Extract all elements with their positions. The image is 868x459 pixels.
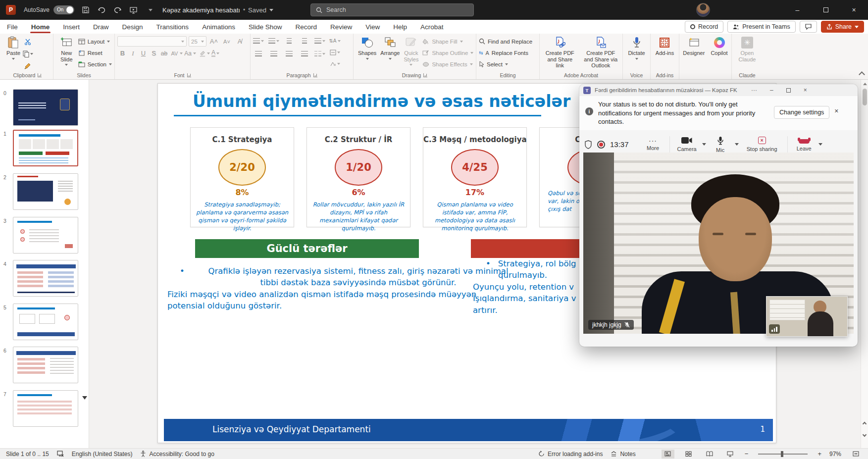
zoom-out-button[interactable]: − <box>745 450 749 458</box>
format-painter-button[interactable] <box>22 61 33 70</box>
addin-error-status[interactable]: Error loading add-ins <box>538 451 603 458</box>
accessibility-status[interactable]: Accessibility: Good to go <box>140 451 214 458</box>
shape-effects-button[interactable]: Shape Effects <box>422 59 473 69</box>
shrink-font-button[interactable]: A˅ <box>221 37 232 46</box>
weaknesses-text-block[interactable]: •Strategiya, rol bölg qurulmayıb. Oyunçu… <box>473 258 576 316</box>
normal-view-button[interactable] <box>662 450 674 459</box>
shape-fill-button[interactable]: Shape Fill <box>422 36 473 47</box>
font-name-combo[interactable] <box>117 36 187 47</box>
tab-animations[interactable]: Animations <box>202 20 235 34</box>
teams-more-options-button[interactable]: ··· <box>751 87 757 94</box>
zoom-slider-thumb[interactable] <box>781 451 783 457</box>
select-button[interactable]: Select <box>479 59 532 69</box>
decrease-indent-button[interactable] <box>284 36 295 46</box>
teams-titlebar[interactable]: T Fərdi geribildirim hesabatlarının müza… <box>579 84 858 96</box>
camera-options-chevron-icon[interactable] <box>702 143 706 146</box>
slide-thumbnail-6[interactable] <box>13 347 78 383</box>
underline-button[interactable]: U <box>138 50 149 57</box>
mic-options-chevron-icon[interactable] <box>735 143 739 146</box>
text-shadow-button[interactable]: S <box>149 50 159 57</box>
slide-thumbnail-2[interactable] <box>13 173 78 210</box>
mic-button[interactable]: Mic <box>712 136 729 153</box>
align-left-button[interactable] <box>253 49 264 58</box>
minimize-button[interactable]: – <box>783 0 812 20</box>
redo-icon[interactable] <box>113 5 122 14</box>
present-in-teams-button[interactable]: Present in Teams <box>727 21 795 33</box>
teams-maximize-button[interactable] <box>786 88 791 93</box>
paragraph-dialog-launcher-icon[interactable] <box>313 73 317 77</box>
display-settings-icon[interactable] <box>57 451 64 457</box>
slide-sorter-view-button[interactable] <box>682 450 695 459</box>
clipboard-dialog-launcher-icon[interactable] <box>38 73 42 77</box>
designer-button[interactable]: Designer <box>681 36 707 79</box>
create-pdf-outlook-button[interactable]: Create PDF and Share via Outlook <box>582 36 620 71</box>
slide-thumbnail-1-selected[interactable] <box>13 130 78 166</box>
slide-thumbnail-7[interactable] <box>13 390 78 427</box>
justify-button[interactable] <box>299 49 310 58</box>
find-replace-button[interactable]: Find and Replace <box>479 36 532 47</box>
reading-view-button[interactable] <box>703 450 716 459</box>
document-title[interactable]: Kəpəz akademiya hesabatı <box>162 6 240 14</box>
columns-button[interactable] <box>314 49 325 58</box>
font-color-button[interactable]: A <box>210 49 221 58</box>
zoom-in-button[interactable]: + <box>817 450 821 458</box>
copilot-button[interactable]: Copilot <box>709 36 729 79</box>
strikethrough-button[interactable]: ab <box>159 50 169 57</box>
slide-thumbnail-0[interactable] <box>13 89 78 126</box>
card-mesq[interactable]: C.3 Məşq / metodologiya 4/25 17% Qismən … <box>423 127 527 227</box>
align-right-button[interactable] <box>284 49 295 58</box>
arrange-button[interactable]: Arrange <box>378 36 402 71</box>
strengths-header-bar[interactable]: Güclü tərəflər <box>195 239 419 258</box>
zoom-slider[interactable] <box>758 454 808 455</box>
scrollbar-thumb[interactable] <box>863 89 867 105</box>
notes-button[interactable]: Notes <box>611 451 635 458</box>
stop-sharing-button[interactable]: × Stop sharing <box>744 137 780 152</box>
collapse-ribbon-chevron-icon[interactable] <box>859 71 865 78</box>
slide-thumbnail-4[interactable] <box>13 260 78 297</box>
zoom-percentage[interactable]: 97% <box>829 451 841 458</box>
share-button[interactable]: Share <box>821 21 864 33</box>
bullets-button[interactable] <box>253 36 264 46</box>
tab-draw[interactable]: Draw <box>93 20 109 34</box>
grow-font-button[interactable]: A˄ <box>208 37 219 46</box>
teams-meeting-window[interactable]: T Fərdi geribildirim hesabatlarının müza… <box>579 84 858 347</box>
tab-help[interactable]: Help <box>393 20 407 34</box>
record-button[interactable]: Record <box>685 21 723 33</box>
more-actions-button[interactable]: ··· More <box>644 138 662 151</box>
change-case-button[interactable]: Aa <box>183 50 193 57</box>
vertical-scrollbar[interactable] <box>861 80 868 448</box>
open-claude-button[interactable]: ✳ Open Claude <box>734 36 760 71</box>
tab-view[interactable]: View <box>365 20 380 34</box>
numbering-button[interactable] <box>268 36 279 46</box>
tab-design[interactable]: Design <box>122 20 143 34</box>
slide-thumbnail-5[interactable] <box>13 304 78 340</box>
character-spacing-button[interactable]: AV <box>169 51 180 56</box>
align-center-button[interactable] <box>268 49 279 58</box>
slide-counter[interactable]: Slide 1 of 0 .. 15 <box>6 451 49 458</box>
quick-styles-button[interactable]: Quick Styles <box>402 36 420 71</box>
leave-options-chevron-icon[interactable] <box>818 143 822 146</box>
section-button[interactable]: Section <box>78 59 112 69</box>
user-avatar[interactable] <box>696 3 710 17</box>
align-text-button[interactable] <box>329 48 340 57</box>
leave-button[interactable]: Leave <box>795 137 813 152</box>
tab-home[interactable]: Home <box>31 20 50 34</box>
teams-close-button[interactable]: × <box>804 87 807 94</box>
shape-outline-button[interactable]: Shape Outline <box>422 48 473 58</box>
comments-button[interactable] <box>800 21 817 33</box>
drawing-dialog-launcher-icon[interactable] <box>423 73 427 77</box>
create-pdf-share-link-button[interactable]: Create PDF and Share link <box>542 36 578 71</box>
save-icon[interactable] <box>81 5 90 14</box>
paste-button[interactable]: Paste <box>4 36 22 71</box>
highlight-color-button[interactable] <box>199 49 210 58</box>
add-ins-button[interactable]: Add-ins <box>654 36 676 71</box>
replace-fonts-button[interactable]: ⇆A Replace Fonts <box>479 48 532 58</box>
thumbnail-scroll-down-arrow[interactable] <box>82 396 87 400</box>
undo-icon[interactable] <box>97 5 106 14</box>
tab-file[interactable]: File <box>7 20 18 34</box>
maximize-button[interactable] <box>812 0 840 20</box>
fit-slide-to-window-button[interactable] <box>849 450 862 459</box>
tab-acrobat[interactable]: Acrobat <box>420 20 444 34</box>
teams-minimize-button[interactable]: – <box>770 87 773 94</box>
bold-button[interactable]: B <box>117 50 128 57</box>
